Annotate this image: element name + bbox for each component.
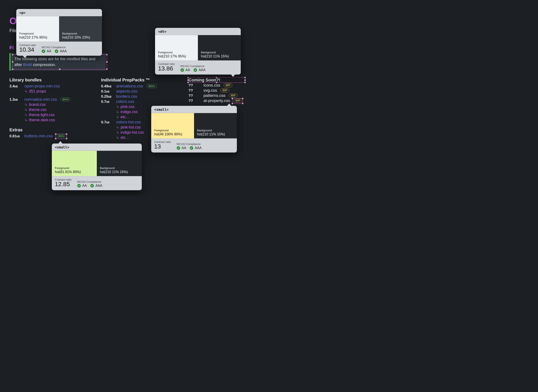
file-name-icons: icons.css: [204, 83, 220, 88]
check-circle-icon: [176, 146, 180, 150]
check-circle-icon: [42, 49, 45, 53]
demo-badge[interactable]: demo: [56, 134, 66, 138]
fg-swatch: Foreground hsl(49 100% 80%): [151, 113, 194, 138]
file-name-at-property: at-property.css: [204, 98, 230, 103]
bg-swatch: Background hsl(210 10% 23%): [59, 16, 102, 42]
check-circle-icon: [193, 68, 197, 72]
file-link-colors[interactable]: colors.css: [116, 99, 134, 104]
check-circle-icon: [180, 68, 184, 72]
sub-item: ↳351 props: [24, 89, 91, 93]
file-size: ??: [189, 89, 201, 93]
check-circle-icon: [55, 49, 58, 53]
contrast-card-small-green: <small> Foreground hsl(81 81% 80%) Backg…: [52, 144, 142, 190]
sub-item: ↳theme.light.css: [24, 112, 91, 117]
card-tag: <dt>: [155, 28, 241, 35]
file-link-normalize[interactable]: normalize.min.css: [24, 97, 57, 102]
card-tag: <p>: [16, 9, 102, 16]
file-size: 3.4kB: [9, 84, 22, 89]
file-size: 0.1kB: [101, 89, 114, 93]
bg-swatch: Background hsl(210 11% 15%): [198, 35, 241, 61]
wip-badge: WIP: [220, 89, 229, 92]
wcag-aaa-pass: AAA: [190, 146, 202, 150]
card-tag: <small>: [52, 144, 142, 151]
turn-down-right-icon: ↳: [24, 118, 28, 122]
contrast-card-small-yellow: <small> Foreground hsl(49 100% 80%) Back…: [151, 106, 237, 153]
wip-badge: WIP: [229, 93, 237, 98]
wip-badge: WIP: [224, 83, 232, 87]
contrast-ratio: 10.34: [19, 46, 36, 53]
turn-down-right-icon: ↳: [116, 104, 119, 109]
contrast-card-p: <p> Foreground hsl(210 17% 95%) Backgrou…: [16, 9, 102, 56]
fg-swatch: Foreground hsl(210 17% 95%): [155, 35, 198, 61]
card-tag: <small>: [151, 106, 237, 113]
file-link-buttons[interactable]: buttons.min.css: [24, 134, 53, 138]
turn-down-right-icon: ↳: [24, 112, 28, 117]
file-size: 0.81kB: [9, 134, 22, 138]
fg-swatch: Foreground hsl(210 17% 95%): [16, 16, 59, 42]
demo-badge[interactable]: demo: [60, 98, 71, 101]
file-link-borders[interactable]: borders.css: [116, 94, 137, 99]
file-link-colors-hsl[interactable]: colors-hsl.css: [116, 120, 141, 124]
turn-down-right-icon: ↳: [116, 130, 119, 135]
file-link-aspects[interactable]: aspects.css: [116, 89, 137, 93]
proppacks-title: Individual PropPacks ™: [101, 78, 178, 83]
file-size: 0.7kB: [101, 120, 114, 124]
coming-soon-title: Coming Soon?!: [189, 78, 220, 82]
sub-item: ↳brand.css: [24, 102, 91, 107]
file-link-animations[interactable]: animations.css: [116, 84, 143, 89]
turn-down-right-icon: ↳: [116, 135, 119, 140]
turn-down-right-icon: ↳: [116, 109, 119, 114]
wcag-aa-pass: AA: [42, 49, 51, 53]
check-circle-icon: [90, 184, 94, 188]
wcag-aaa-pass: AAA: [55, 49, 67, 53]
library-bundles-title: Library bundles: [9, 78, 91, 83]
file-name-patterns: patterns.css: [204, 93, 225, 98]
callout-text-post: compression.: [32, 63, 56, 67]
contrast-card-dt: <dt> Foreground hsl(210 17% 95%) Backgro…: [155, 28, 241, 75]
sub-item: ↳theme.dark.css: [24, 118, 91, 122]
file-name-svg: svg.css: [204, 88, 217, 93]
wcag-aaa-pass: AAA: [193, 68, 205, 72]
wcag-aaa-pass: AAA: [90, 184, 102, 188]
brotli-link[interactable]: Brotli: [23, 63, 32, 67]
extras-title: Extras: [9, 127, 91, 132]
bg-swatch: Background hsl(210 11% 15%): [97, 151, 142, 176]
contrast-ratio: 13.86: [158, 65, 175, 72]
demo-badge[interactable]: demo: [147, 84, 157, 88]
file-size: ??: [189, 83, 201, 88]
file-size: 1.3kB: [9, 98, 22, 102]
turn-down-right-icon: ↳: [24, 107, 28, 112]
contrast-ratio: 13: [154, 143, 171, 150]
turn-down-right-icon: ↳: [24, 102, 28, 107]
check-circle-icon: [190, 146, 193, 150]
file-size: 0.49kB: [101, 84, 114, 89]
wcag-aa-pass: AA: [77, 184, 87, 188]
file-size: 0.7kB: [101, 100, 114, 104]
contrast-ratio: 12.85: [55, 181, 72, 188]
file-size: ??: [189, 93, 201, 98]
file-link-open-props[interactable]: open-props.min.css: [24, 84, 60, 89]
wcag-aa-pass: AA: [180, 68, 190, 72]
check-circle-icon: [77, 184, 81, 188]
file-size: ??: [189, 99, 201, 103]
fg-swatch: Foreground hsl(81 81% 80%): [52, 151, 97, 176]
bg-swatch: Background hsl(210 11% 15%): [194, 113, 237, 138]
turn-down-right-icon: ↳: [24, 89, 28, 93]
turn-down-right-icon: ↳: [116, 115, 119, 119]
wip-badge: WIP: [233, 99, 242, 103]
sub-item: ↳theme.css: [24, 107, 91, 112]
file-size: 0.25kB: [101, 94, 114, 99]
wcag-aa-pass: AA: [176, 146, 186, 150]
turn-down-right-icon: ↳: [116, 125, 119, 130]
